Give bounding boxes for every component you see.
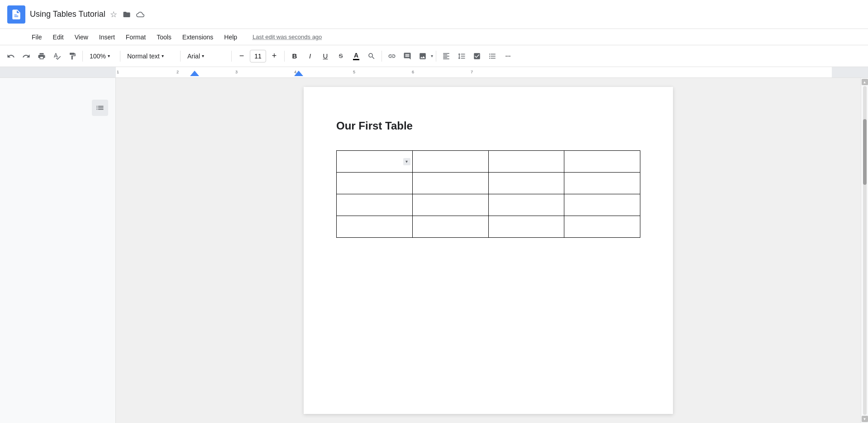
menu-bar: File Edit View Insert Format Tools Exten… [0,29,868,45]
document-area[interactable]: Our First Table ▾ [116,78,861,423]
bold-button[interactable]: B [287,49,302,63]
zoom-select[interactable]: 100% ▾ [86,49,117,63]
redo-button[interactable] [19,49,33,63]
svg-text:3: 3 [235,70,238,74]
svg-marker-7 [190,71,199,76]
title-section: Using Tables Tutorial ☆ [30,9,145,20]
doc-title[interactable]: Using Tables Tutorial [30,10,105,19]
svg-text:7: 7 [471,70,473,74]
table-cell[interactable] [564,173,640,194]
title-bar: Using Tables Tutorial ☆ [0,0,868,29]
more-options-button[interactable]: ··· [501,49,515,63]
table-cell[interactable] [337,216,413,238]
font-size-input[interactable] [250,50,266,62]
menu-format[interactable]: Format [121,32,150,43]
document-page: Our First Table ▾ [304,87,673,414]
image-dropdown-arrow[interactable]: ▾ [431,53,433,58]
menu-insert[interactable]: Insert [95,32,119,43]
align-button[interactable] [439,49,453,63]
menu-edit[interactable]: Edit [48,32,68,43]
scroll-thumb[interactable] [863,119,867,185]
document-table[interactable]: ▾ [336,150,640,238]
decrease-font-button[interactable]: − [234,49,249,63]
style-value: Normal text [127,53,160,60]
spell-check-button[interactable] [50,49,64,63]
font-value: Arial [187,53,200,60]
line-spacing-button[interactable] [454,49,469,63]
cloud-save-button[interactable] [135,10,145,19]
ruler: 1 2 3 4 5 6 7 [0,67,868,78]
table-cell[interactable] [412,194,488,216]
table-row [337,194,640,216]
document-heading[interactable]: Our First Table [336,120,640,132]
font-size-area: − + [234,49,281,63]
table-cell[interactable] [488,216,564,238]
undo-button[interactable] [4,49,18,63]
font-select[interactable]: Arial ▾ [183,49,229,63]
table-cell[interactable] [488,173,564,194]
svg-text:4: 4 [294,70,296,74]
paint-format-button[interactable] [65,49,80,63]
list-button[interactable] [485,49,500,63]
menu-tools[interactable]: Tools [152,32,176,43]
separator-2 [120,51,120,62]
print-button[interactable] [34,49,49,63]
table-row [337,216,640,238]
highlight-color-button[interactable] [364,49,379,63]
svg-text:1: 1 [117,70,119,74]
table-cell[interactable] [412,151,488,173]
cell-dropdown-button[interactable]: ▾ [403,158,410,165]
text-color-indicator [353,59,359,60]
table-cell[interactable] [564,216,640,238]
table-cell[interactable] [337,173,413,194]
left-panel [0,78,116,423]
table-cell[interactable] [337,194,413,216]
separator-3 [180,51,181,62]
zoom-value: 100% [90,53,106,60]
separator-1 [82,51,83,62]
menu-help[interactable]: Help [219,32,242,43]
outline-toggle[interactable] [92,100,108,116]
last-edit-status: Last edit was seconds ago [253,34,322,40]
svg-text:2: 2 [176,70,179,74]
italic-button[interactable]: I [303,49,317,63]
separator-5 [284,51,285,62]
folder-button[interactable] [122,10,132,19]
scroll-up-button[interactable]: ▲ [862,79,868,85]
menu-view[interactable]: View [70,32,93,43]
table-row: ▾ [337,151,640,173]
scroll-down-button[interactable]: ▼ [862,416,868,422]
star-button[interactable]: ☆ [109,9,118,20]
style-arrow: ▾ [162,53,164,58]
table-cell[interactable] [412,173,488,194]
menu-extensions[interactable]: Extensions [178,32,218,43]
insert-image-button[interactable] [415,49,430,63]
table-cell[interactable] [488,151,564,173]
text-color-button[interactable]: A [349,49,363,63]
scroll-track[interactable] [863,86,867,415]
zoom-arrow: ▾ [108,53,110,58]
separator-4 [231,51,232,62]
increase-font-button[interactable]: + [267,49,281,63]
table-cell[interactable]: ▾ [337,151,413,173]
separator-6 [382,51,382,62]
table-row [337,173,640,194]
toolbar: 100% ▾ Normal text ▾ Arial ▾ − + B I U S… [0,45,868,67]
insert-comment-button[interactable] [400,49,415,63]
table-cell[interactable] [564,151,640,173]
app-logo [7,5,25,24]
table-cell[interactable] [564,194,640,216]
main-container: Our First Table ▾ [0,78,868,423]
scrollbar[interactable]: ▲ ▼ [861,78,868,423]
svg-text:5: 5 [353,70,355,74]
ruler-marks: 1 2 3 4 5 6 7 [0,67,868,78]
style-select[interactable]: Normal text ▾ [123,49,177,63]
underline-button[interactable]: U [318,49,333,63]
insert-link-button[interactable] [385,49,399,63]
table-cell[interactable] [412,216,488,238]
menu-file[interactable]: File [27,32,47,43]
table-cell[interactable] [488,194,564,216]
font-arrow: ▾ [202,53,204,58]
checklist-button[interactable] [470,49,484,63]
strikethrough-button[interactable]: S [334,49,348,63]
